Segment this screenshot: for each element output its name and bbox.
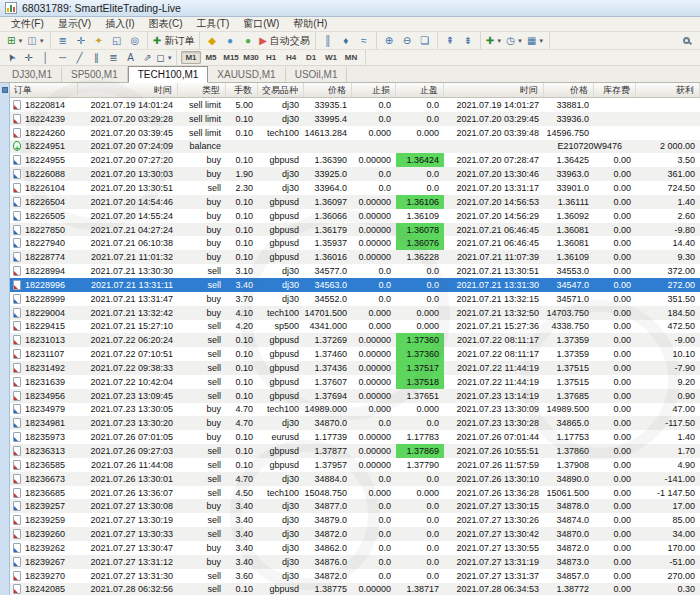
col-header-open-time[interactable]: 时间 [78,83,178,97]
menu-file[interactable]: 文件(F) [4,17,51,31]
col-header-take-profit[interactable]: 止盈 [396,83,444,97]
terminal-button[interactable]: ◱ [108,33,126,49]
line-chart-button[interactable]: ≈ [355,33,373,49]
col-header-close-time[interactable]: 时间 [444,83,544,97]
timeframe-d1-button[interactable]: D1 [301,51,321,64]
timeframe-m30-button[interactable]: M30 [241,51,261,64]
tab-dj30-m1[interactable]: DJ30,M1 [3,67,62,82]
strategy-tester-button[interactable]: ◎ [126,33,144,49]
bar-chart-button[interactable]: ║ [319,33,337,49]
menu-help[interactable]: 帮助(H) [286,17,334,31]
table-row[interactable]: 182265052021.07.20 14:55:24buy0.10gbpusd… [10,209,700,223]
col-header-swap[interactable]: 库存费 [594,83,636,97]
equidistant-channel-tool-button[interactable]: ∥ [88,51,105,65]
menu-charts[interactable]: 图表(C) [142,17,190,31]
col-header-close-price[interactable]: 价格 [544,83,594,97]
table-row[interactable]: 182249552021.07.20 07:27:20buy0.10gbpusd… [10,153,700,167]
community-button[interactable]: ● [221,33,239,49]
cursor-tool-button[interactable]: ➤ [3,51,20,65]
table-row[interactable]: 182290042021.07.21 13:32:42buy4.10tech10… [10,306,700,320]
indicators-button[interactable]: ✚▼ [484,33,504,49]
candlestick-chart-button[interactable]: ♦ [337,33,355,49]
new-order-button[interactable]: ✚新订单 [151,33,196,49]
tab-sp500-m1[interactable]: SP500,M1 [62,67,128,82]
profiles-button[interactable]: ◫▼ [25,33,46,49]
table-row[interactable]: 182289942021.07.21 13:30:30sell3.10dj303… [10,264,700,278]
table-row[interactable]: 182349562021.07.23 13:09:45sell0.10gbpus… [10,389,700,403]
table-row[interactable]: 182392592021.07.27 13:30:19sell3.40dj303… [10,513,700,527]
periods-button[interactable]: ◷▼ [504,33,525,49]
col-header-profit[interactable]: 获利 [636,83,700,97]
menu-tools[interactable]: 工具(T) [189,17,236,31]
table-row[interactable]: 182314922021.07.22 09:38:33sell0.10gbpus… [10,361,700,375]
table-row[interactable]: 182392702021.07.27 13:31:30sell3.60dj303… [10,569,700,583]
table-row[interactable]: 182310132021.07.22 06:20:24sell0.10gbpus… [10,333,700,347]
col-header-stop-loss[interactable]: 止损 [352,83,396,97]
market-watch-button[interactable]: ≣ [54,33,72,49]
table-row[interactable]: 182359732021.07.26 07:01:05buy0.10eurusd… [10,430,700,444]
col-header-type[interactable]: 类型 [178,83,226,97]
metaeditor-button[interactable]: ◆ [203,33,221,49]
arrange-up-button[interactable]: ⇞ [441,33,459,49]
table-row[interactable]: 182265042021.07.20 14:54:46buy0.10gbpusd… [10,195,700,209]
arrow-tool-button[interactable]: ⇗ [139,51,156,65]
table-row[interactable]: 182278502021.07.21 04:27:24buy0.10gbpusd… [10,223,700,237]
chevron-down-icon[interactable]: ▼ [17,38,23,44]
chevron-down-icon[interactable]: ▼ [39,38,45,44]
timeframe-m1-button[interactable]: M1 [181,51,201,64]
timeframe-mn-button[interactable]: MN [341,51,361,64]
table-row[interactable]: 182208142021.07.19 14:01:24sell limit5.0… [10,98,700,112]
timeframe-m5-button[interactable]: M5 [201,51,221,64]
table-row[interactable]: 182287742021.07.21 11:01:32buy0.10gbpusd… [10,250,700,264]
timeframe-w1-button[interactable]: W1 [321,51,341,64]
table-row[interactable]: 182366732021.07.26 13:30:01sell4.70dj303… [10,472,700,486]
tab-xauusd-m1[interactable]: XAUUSD,M1 [208,67,285,82]
table-row[interactable]: 182366852021.07.26 13:36:07sell4.50tech1… [10,486,700,500]
chevron-down-icon[interactable]: ▼ [517,38,523,44]
table-row[interactable]: 182392622021.07.27 13:30:47buy3.40dj3034… [10,541,700,555]
col-header-symbol[interactable]: 交易品种 [258,83,304,97]
timeframe-h4-button[interactable]: H4 [281,51,301,64]
new-chart-button[interactable]: ⊞▼ [5,33,25,49]
table-row[interactable]: 182363132021.07.26 09:27:03sell0.10gbpus… [10,444,700,458]
table-row[interactable]: 182249512021.07.20 07:24:09balanceE21072… [10,140,700,154]
menu-window[interactable]: 窗口(W) [236,17,286,31]
zoom-in-button[interactable]: ⊕ [380,33,398,49]
table-row[interactable]: 182316392021.07.22 10:42:04sell0.10gbpus… [10,375,700,389]
text-tool-button[interactable]: A [122,51,139,65]
menu-insert[interactable]: 插入(I) [98,17,141,31]
table-row[interactable]: 182420852021.07.28 06:32:56sell0.10gbpus… [10,583,700,595]
tab-tech100-m1[interactable]: TECH100,M1 [128,66,209,83]
col-header-order[interactable]: 订单 [10,83,78,97]
menu-view[interactable]: 显示(V) [51,17,98,31]
timeframe-h1-button[interactable]: H1 [261,51,281,64]
market-button[interactable]: ● [239,33,257,49]
zoom-out-button[interactable]: ⊖ [398,33,416,49]
search-icon[interactable] [683,37,690,44]
chevron-down-icon[interactable]: ▼ [538,38,544,44]
autotrading-button[interactable]: ▶自动交易 [257,33,312,49]
vertical-line-tool-button[interactable]: │ [37,51,54,65]
timeframe-m15-button[interactable]: M15 [221,51,241,64]
table-row[interactable]: 182289992021.07.21 13:31:47buy3.70dj3034… [10,292,700,306]
templates-button[interactable]: ▦▼ [525,33,546,49]
crosshair-tool-button[interactable]: ✛ [20,51,37,65]
trendline-tool-button[interactable]: ╱ [71,51,88,65]
arrange-down-button[interactable]: ⇟ [459,33,477,49]
tile-windows-button[interactable]: ❏ [416,33,434,49]
table-row[interactable]: 182349792021.07.23 13:30:05buy4.70tech10… [10,403,700,417]
table-row[interactable]: 182261042021.07.20 13:30:51sell2.30dj303… [10,181,700,195]
table-row[interactable]: 182242602021.07.20 03:39:45sell limit0.1… [10,126,700,140]
title-bar[interactable]: 68031789: SmartEliteTrading-Live [0,0,700,17]
table-row[interactable]: 182289962021.07.21 13:31:11sell3.40dj303… [10,278,700,292]
navigator-button[interactable]: ✦ [90,33,108,49]
table-row[interactable]: 182242392021.07.20 03:29:28sell limit0.1… [10,112,700,126]
table-row[interactable]: 182311072021.07.22 07:10:51sell0.10gbpus… [10,347,700,361]
data-window-button[interactable]: ✛ [72,33,90,49]
chevron-down-icon[interactable]: ▼ [167,55,173,61]
table-row[interactable]: 182279402021.07.21 06:10:38buy0.10gbpusd… [10,236,700,250]
col-header-lots[interactable]: 手数 [226,83,258,97]
table-row[interactable]: 182392572021.07.27 13:30:08buy3.40dj3034… [10,499,700,513]
table-row[interactable]: 182294152021.07.21 15:27:10sell4.20sp500… [10,320,700,334]
table-row[interactable]: 182349812021.07.23 13:30:20buy4.70dj3034… [10,416,700,430]
